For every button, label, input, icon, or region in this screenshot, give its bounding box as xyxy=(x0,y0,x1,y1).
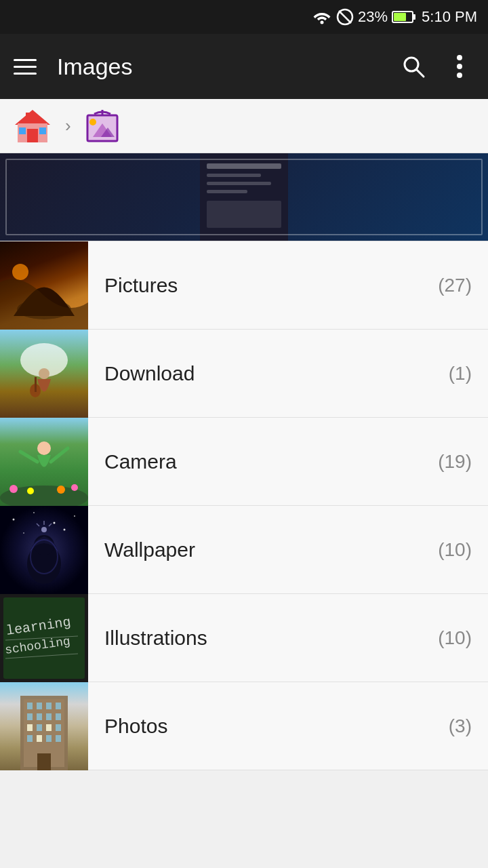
svg-rect-71 xyxy=(27,713,33,720)
thumbnail-screenshots xyxy=(0,153,488,241)
item-name-download: Download xyxy=(104,362,432,385)
home-icon xyxy=(14,108,52,144)
gallery-icon xyxy=(85,108,120,144)
svg-point-45 xyxy=(13,518,15,520)
list-item-count-camera: (19) xyxy=(438,451,488,473)
menu-line-1 xyxy=(14,59,37,61)
thumbnail-photos xyxy=(0,682,88,770)
menu-button[interactable] xyxy=(14,52,43,81)
list-item-count-wallpaper: (10) xyxy=(438,539,488,561)
svg-rect-16 xyxy=(39,127,46,134)
home-icon-button[interactable] xyxy=(14,108,52,144)
search-icon xyxy=(401,54,426,79)
svg-point-54 xyxy=(41,527,47,532)
folder-list: Screenshots (148) Pictures (27) xyxy=(0,153,488,770)
svg-rect-80 xyxy=(37,735,42,742)
svg-rect-23 xyxy=(207,163,281,169)
svg-rect-73 xyxy=(46,713,52,720)
list-item[interactable]: learning schooling Illustrations (10) xyxy=(0,594,488,682)
svg-point-10 xyxy=(457,73,462,78)
svg-rect-15 xyxy=(19,127,26,134)
svg-point-9 xyxy=(457,64,462,69)
wallpaper-thumb-img xyxy=(0,506,88,594)
camera-thumb-img xyxy=(0,418,88,506)
svg-line-2 xyxy=(339,11,351,23)
svg-rect-69 xyxy=(46,703,52,709)
list-item[interactable]: Pictures (27) xyxy=(0,241,488,330)
svg-rect-81 xyxy=(46,735,52,742)
svg-point-43 xyxy=(71,484,78,491)
svg-rect-83 xyxy=(37,753,51,770)
list-item-text-photos: Photos xyxy=(88,715,449,738)
bottom-empty-area xyxy=(0,770,488,865)
svg-point-8 xyxy=(457,55,462,60)
svg-rect-34 xyxy=(35,377,37,392)
item-name-photos: Photos xyxy=(104,715,432,738)
svg-point-40 xyxy=(9,485,18,493)
svg-rect-79 xyxy=(27,735,33,742)
app-bar-actions xyxy=(399,52,474,81)
thumbnail-illustrations: learning schooling xyxy=(0,594,88,682)
screenshot-thumb-img xyxy=(200,153,288,241)
svg-point-46 xyxy=(33,512,35,513)
download-thumb-img xyxy=(0,330,88,418)
svg-line-7 xyxy=(417,70,424,77)
item-name-camera: Camera xyxy=(104,450,422,473)
list-item[interactable]: Camera (19) xyxy=(0,418,488,506)
list-item-text-pictures: Pictures xyxy=(88,274,438,297)
list-item-text-illustrations: Illustrations xyxy=(88,627,438,650)
svg-rect-27 xyxy=(207,201,281,228)
more-options-button[interactable] xyxy=(445,52,474,81)
svg-rect-78 xyxy=(56,724,61,731)
item-name-wallpaper: Wallpaper xyxy=(104,538,422,561)
svg-rect-26 xyxy=(207,190,247,193)
list-item[interactable]: Screenshots (148) xyxy=(0,153,488,241)
photos-thumb-img xyxy=(0,682,88,770)
menu-line-2 xyxy=(14,66,37,68)
status-bar: 23% 5:10 PM xyxy=(0,0,488,34)
item-count-text-download: (1) xyxy=(449,363,472,384)
svg-rect-68 xyxy=(37,703,42,709)
svg-rect-74 xyxy=(56,713,61,720)
svg-rect-12 xyxy=(26,113,31,122)
list-item-count-pictures: (27) xyxy=(438,275,488,296)
time-display: 5:10 PM xyxy=(422,8,477,26)
svg-point-36 xyxy=(37,441,51,455)
list-item-text-wallpaper: Wallpaper xyxy=(88,538,438,561)
svg-rect-22 xyxy=(200,153,288,241)
item-count-text-camera: (19) xyxy=(438,451,472,472)
more-icon xyxy=(456,54,463,79)
svg-marker-11 xyxy=(15,110,50,125)
item-count-text-wallpaper: (10) xyxy=(438,539,472,560)
svg-point-49 xyxy=(23,532,24,534)
svg-point-48 xyxy=(74,515,75,517)
search-button[interactable] xyxy=(399,52,428,81)
app-bar: Images xyxy=(0,34,488,99)
svg-rect-24 xyxy=(207,174,261,177)
item-count-text-photos: (3) xyxy=(449,715,472,736)
list-item[interactable]: Photos (3) xyxy=(0,682,488,770)
list-item-text-camera: Camera xyxy=(88,450,438,473)
nosim-icon xyxy=(336,8,354,26)
svg-point-42 xyxy=(57,486,65,494)
list-item-count-illustrations: (10) xyxy=(438,627,488,649)
illustrations-thumb-img: learning schooling xyxy=(0,594,88,682)
item-name-pictures: Pictures xyxy=(104,274,422,297)
list-item-text-download: Download xyxy=(88,362,449,385)
svg-rect-4 xyxy=(413,14,415,20)
thumbnail-download xyxy=(0,330,88,418)
svg-rect-77 xyxy=(46,724,52,731)
svg-point-41 xyxy=(27,488,34,494)
item-count-text-illustrations: (10) xyxy=(438,627,472,648)
list-item[interactable]: Wallpaper (10) xyxy=(0,506,488,594)
item-count-text-pictures: (27) xyxy=(438,275,472,296)
pictures-thumb-img xyxy=(0,241,88,330)
breadcrumb-chevron: › xyxy=(65,115,71,136)
app-title: Images xyxy=(57,54,385,80)
svg-point-0 xyxy=(321,21,324,24)
list-item[interactable]: Download (1) xyxy=(0,330,488,418)
svg-rect-70 xyxy=(56,703,61,709)
list-item-count-photos: (3) xyxy=(449,715,488,737)
svg-rect-67 xyxy=(27,703,33,709)
gallery-icon-button[interactable] xyxy=(85,108,120,144)
